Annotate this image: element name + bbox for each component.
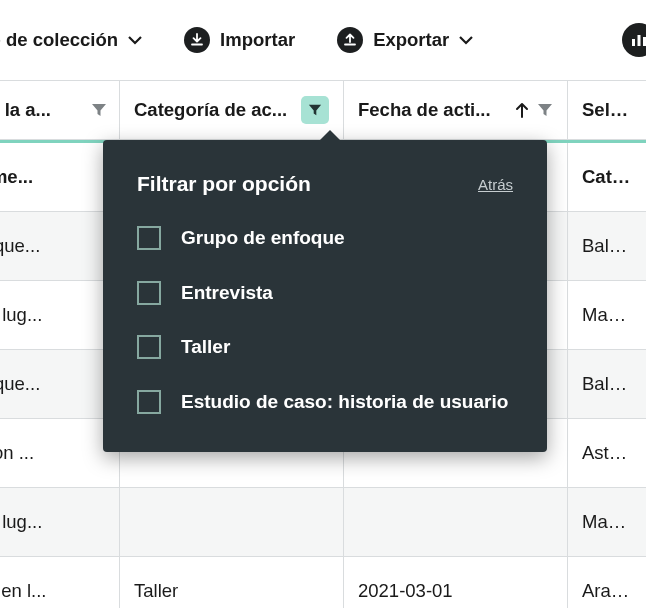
filter-option-label: Entrevista (181, 279, 273, 308)
filter-icon-active[interactable] (301, 96, 329, 124)
filter-option[interactable]: Estudio de caso: historia de usuario (137, 388, 513, 417)
column-header[interactable]: Selecc (568, 81, 646, 139)
cell: 2021-03-01 (358, 580, 453, 602)
export-dropdown[interactable]: Exportar (337, 27, 473, 53)
filter-icon[interactable] (537, 102, 553, 118)
column-header[interactable]: de la a... (0, 81, 120, 139)
download-icon (184, 27, 210, 53)
svg-rect-0 (632, 39, 635, 46)
upload-icon (337, 27, 363, 53)
checkbox-icon[interactable] (137, 390, 161, 414)
column-header[interactable]: Categoría de ac... (120, 81, 344, 139)
cell: Aragon (582, 580, 632, 602)
chevron-down-icon (459, 35, 473, 45)
cell: Catalu (582, 166, 632, 188)
checkbox-icon[interactable] (137, 335, 161, 359)
toolbar: ace de colección Importar Exportar (0, 0, 646, 80)
checkbox-icon[interactable] (137, 226, 161, 250)
filter-back-link[interactable]: Atrás (478, 176, 513, 193)
cell: Madrid (582, 511, 632, 533)
cell: ASH en l... (0, 580, 46, 602)
column-label: Categoría de ac... (134, 99, 293, 121)
filter-option[interactable]: Grupo de enfoque (137, 224, 513, 253)
column-label: Selecc (582, 99, 632, 121)
cell: Balears (582, 235, 632, 257)
checkbox-icon[interactable] (137, 281, 161, 305)
cell: Taller (134, 580, 178, 602)
table-row[interactable]: ASH en l... Taller 2021-03-01 Aragon (0, 557, 646, 608)
cell: up con ... (0, 442, 34, 464)
cell: Asturia (582, 442, 632, 464)
filter-popover: Filtrar por opción Atrás Grupo de enfoqu… (103, 140, 547, 452)
arrow-up-icon[interactable] (515, 102, 529, 118)
filter-option-label: Taller (181, 333, 230, 362)
cell: a los lug... (0, 511, 42, 533)
filter-option[interactable]: Entrevista (137, 279, 513, 308)
cell: enfoque... (0, 373, 40, 395)
filter-title: Filtrar por opción (137, 172, 311, 196)
filter-icon[interactable] (91, 102, 107, 118)
filter-option-label: Grupo de enfoque (181, 224, 345, 253)
bars-icon (631, 34, 646, 46)
table-row[interactable]: a los lug... Madrid (0, 488, 646, 557)
cell: enfoque... (0, 235, 40, 257)
import-label: Importar (220, 29, 295, 51)
cell: Madrid (582, 304, 632, 326)
import-button[interactable]: Importar (184, 27, 295, 53)
svg-rect-1 (638, 35, 641, 46)
export-label: Exportar (373, 29, 449, 51)
column-header[interactable]: Fecha de acti... (344, 81, 568, 139)
cell: ndame... (0, 166, 33, 188)
menu-circle-button[interactable] (622, 23, 646, 57)
cell: a los lug... (0, 304, 42, 326)
filter-option[interactable]: Taller (137, 333, 513, 362)
collection-link-dropdown[interactable]: ace de colección (0, 29, 142, 51)
filter-option-label: Estudio de caso: historia de usuario (181, 388, 508, 417)
column-label: Fecha de acti... (358, 99, 507, 121)
cell: Balears (582, 373, 632, 395)
chevron-down-icon (128, 35, 142, 45)
column-label: de la a... (0, 99, 83, 121)
collection-link-label: ace de colección (0, 29, 118, 51)
